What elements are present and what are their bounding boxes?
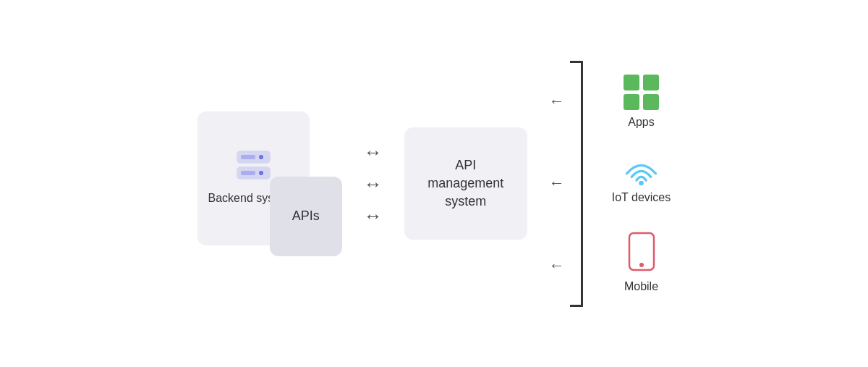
api-management-label: APImanagementsystem [427,156,503,211]
svg-point-8 [639,263,644,267]
bracket-bottom-line [570,305,583,307]
right-section: ← ← ← Apps [549,61,671,307]
app-square-4 [643,94,659,110]
arrows-section: ↔ ↔ ↔ [364,143,383,225]
svg-rect-2 [241,155,255,159]
iot-label: IoT devices [612,191,671,204]
right-arrow-1: ← [549,92,565,111]
apps-item: Apps [612,75,671,129]
app-square-2 [643,75,659,90]
right-arrow-2: ← [549,174,565,193]
arrow-3: ↔ [364,206,383,225]
server-icon [234,150,273,185]
arrow-2: ↔ [364,174,383,193]
api-management-card: APImanagementsystem [404,127,527,240]
right-arrow-3: ← [549,256,565,275]
bracket-container: ← ← ← [549,61,583,307]
bracket-arrows: ← ← ← [549,61,565,307]
app-square-1 [624,75,639,90]
svg-point-1 [259,155,263,159]
apis-label: APIs [292,208,320,224]
apps-label: Apps [628,116,654,129]
apis-card: APIs [270,177,342,256]
architecture-diagram: Backend systems APIs ↔ ↔ ↔ APImanagement… [197,61,671,307]
apps-icon [624,75,659,110]
bracket-line [569,61,583,307]
svg-point-6 [639,180,644,185]
iot-item: IoT devices [612,156,671,204]
svg-rect-5 [241,171,255,175]
mobile-item: Mobile [612,232,671,293]
svg-point-4 [259,171,263,175]
app-square-3 [624,94,639,110]
arrow-1: ↔ [364,143,383,161]
wifi-icon [621,156,661,185]
backend-block: Backend systems APIs [197,111,342,256]
mobile-icon [628,232,655,274]
right-items: Apps IoT devices [612,61,671,307]
mobile-label: Mobile [624,280,658,293]
